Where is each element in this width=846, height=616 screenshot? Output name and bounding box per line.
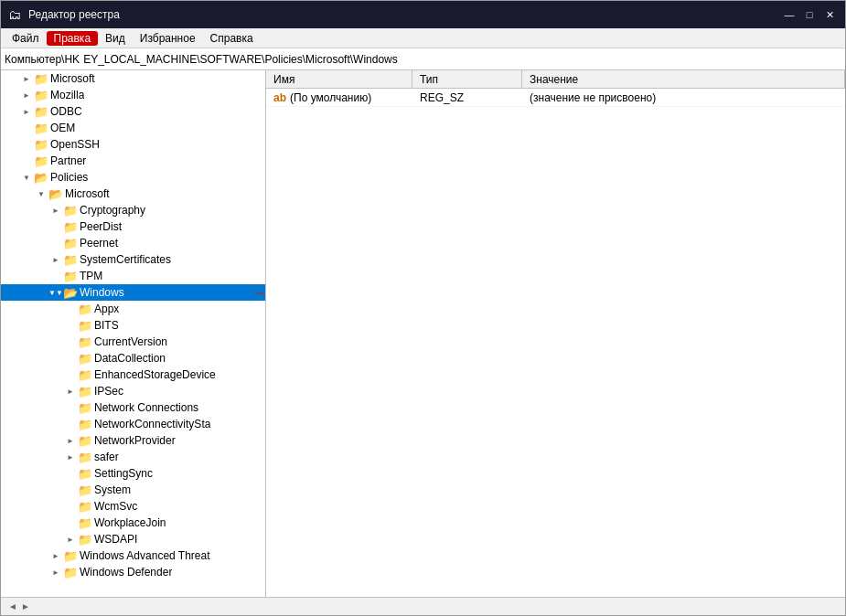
- tree-item-currentversion[interactable]: 📁 CurrentVersion: [1, 334, 265, 350]
- right-arrow[interactable]: ►: [21, 601, 30, 611]
- tree-panel[interactable]: 📁 Microsoft 📁 Mozilla 📁 ODBC: [1, 70, 266, 597]
- tree-item-datacollection[interactable]: 📁 DataCollection: [1, 350, 265, 366]
- status-bar: ◄ ►: [1, 597, 845, 615]
- folder-icon: 📁: [78, 499, 92, 514]
- tree-label: ODBC: [48, 105, 82, 118]
- tree-item-networkconnectivity[interactable]: 📁 NetworkConnectivitySta: [1, 416, 265, 432]
- tree-item-partner[interactable]: 📁 Partner: [1, 153, 265, 169]
- tree-label: Network Connections: [92, 401, 198, 414]
- tree-label: Peernet: [78, 237, 118, 250]
- tree-item-systemcerts[interactable]: 📁 SystemCertificates: [1, 251, 265, 268]
- left-arrow[interactable]: ◄: [8, 601, 17, 611]
- folder-open-icon: 📂: [63, 285, 78, 300]
- expand-icon: [19, 88, 34, 102]
- expand-icon: [63, 400, 78, 415]
- folder-icon: 📁: [34, 71, 48, 86]
- tree-item-safer[interactable]: 📁 safer: [1, 449, 265, 465]
- menu-file[interactable]: Файл: [5, 30, 47, 47]
- tree-label: Policies: [48, 171, 88, 184]
- menu-view[interactable]: Вид: [98, 30, 133, 47]
- expand-icon: [63, 384, 78, 398]
- tree-label: OpenSSH: [48, 138, 100, 151]
- folder-icon: 📁: [34, 88, 48, 102]
- main-content: 📁 Microsoft 📁 Mozilla 📁 ODBC: [1, 70, 845, 597]
- menu-edit[interactable]: Правка: [47, 31, 99, 46]
- expand-icon: [34, 186, 48, 201]
- expand-icon: [63, 499, 78, 514]
- expand-icon: [63, 450, 78, 464]
- minimize-button[interactable]: —: [781, 6, 798, 23]
- tree-item-ipsec[interactable]: 📁 IPSec: [1, 383, 265, 399]
- tree-item-windows[interactable]: ▼ 📂 Windows 1 ←: [1, 284, 265, 301]
- folder-icon: 📁: [78, 318, 92, 333]
- tree-item-openssh[interactable]: 📁 OpenSSH: [1, 136, 265, 153]
- folder-icon: 📁: [78, 483, 92, 497]
- folder-icon: 📁: [63, 236, 78, 250]
- expand-icon: [63, 318, 78, 333]
- window-title: Редактор реестра: [28, 8, 120, 21]
- tree-label: CurrentVersion: [92, 335, 167, 348]
- expand-icon: [19, 154, 34, 168]
- col-type-header: Тип: [412, 70, 522, 88]
- tree-item-wsdapi[interactable]: 📁 WSDAPI: [1, 531, 265, 547]
- tree-item-bits[interactable]: 📁 BITS: [1, 317, 265, 334]
- tree-item-workplacejoin[interactable]: 📁 WorkplaceJoin: [1, 515, 265, 531]
- folder-icon: 📁: [63, 219, 78, 234]
- tree-label: Microsoft: [63, 187, 110, 200]
- tree-label: Windows Advanced Threat: [78, 549, 210, 562]
- tree-item-appx[interactable]: 📁 Appx: [1, 301, 265, 317]
- address-input[interactable]: [80, 53, 841, 66]
- tree-item-settingsync[interactable]: 📁 SettingSync: [1, 465, 265, 482]
- folder-icon: 📁: [78, 351, 92, 366]
- tree-item-system[interactable]: 📁 System: [1, 482, 265, 498]
- tree-label: IPSec: [92, 385, 123, 398]
- expand-icon: [19, 170, 34, 185]
- folder-icon: 📁: [63, 203, 78, 218]
- tree-item-peernet[interactable]: 📁 Peernet: [1, 235, 265, 251]
- menu-help[interactable]: Справка: [203, 30, 261, 47]
- tree-item-odbc[interactable]: 📁 ODBC: [1, 103, 265, 120]
- tree-label: PeerDist: [78, 220, 122, 233]
- expand-icon: [48, 203, 63, 218]
- tree-item-microsoft[interactable]: 📁 Microsoft: [1, 70, 265, 87]
- registry-values-list: ab (По умолчанию) REG_SZ (значение не пр…: [266, 89, 845, 597]
- tree-label: WSDAPI: [92, 533, 137, 546]
- tree-item-peerdist[interactable]: 📁 PeerDist: [1, 218, 265, 235]
- tree-label: safer: [92, 451, 119, 463]
- folder-icon: 📁: [78, 466, 92, 481]
- arrow-annotation: ←: [253, 284, 265, 301]
- folder-icon: 📁: [78, 433, 92, 448]
- expand-icon: [19, 71, 34, 86]
- expand-icon: [48, 548, 63, 563]
- folder-icon: 📁: [63, 565, 78, 579]
- close-button[interactable]: ✕: [821, 6, 838, 23]
- tree-item-mozilla[interactable]: 📁 Mozilla: [1, 87, 265, 103]
- tree-label: TPM: [78, 270, 102, 282]
- tree-item-cryptography[interactable]: 📁 Cryptography: [1, 202, 265, 218]
- tree-label: NetworkProvider: [92, 434, 176, 447]
- address-label: Компьютер\HK: [5, 53, 80, 66]
- expand-icon: [63, 351, 78, 366]
- tree-label: Mozilla: [48, 89, 84, 101]
- tree-item-policies[interactable]: 📂 Policies: [1, 169, 265, 186]
- tree-item-windows-defender[interactable]: 📁 Windows Defender: [1, 564, 265, 580]
- registry-row-default[interactable]: ab (По умолчанию) REG_SZ (значение не пр…: [266, 89, 845, 107]
- tree-item-tpm[interactable]: 📁 TPM: [1, 268, 265, 284]
- menu-favorites[interactable]: Избранное: [133, 30, 203, 47]
- expand-icon: ▼: [48, 285, 63, 300]
- tree-item-network-connections[interactable]: 📁 Network Connections: [1, 399, 265, 416]
- expand-icon: [48, 236, 63, 250]
- tree-item-oem[interactable]: 📁 OEM: [1, 120, 265, 136]
- maximize-button[interactable]: □: [801, 6, 818, 23]
- folder-icon: 📁: [34, 137, 48, 152]
- tree-item-enhancedstorage[interactable]: 📁 EnhancedStorageDevice: [1, 366, 265, 383]
- tree-item-networkprovider[interactable]: 📁 NetworkProvider: [1, 432, 265, 449]
- reg-value-cell: (значение не присвоено): [522, 90, 845, 106]
- tree-item-policies-microsoft[interactable]: 📂 Microsoft: [1, 186, 265, 202]
- tree-label: Microsoft: [48, 72, 95, 85]
- title-bar-left: 🗂 Редактор реестра: [8, 7, 120, 22]
- tree-label: Appx: [92, 303, 119, 315]
- tree-item-windows-advanced-threat[interactable]: 📁 Windows Advanced Threat: [1, 547, 265, 564]
- reg-type-icon: ab: [273, 91, 286, 104]
- tree-item-wcmsvc[interactable]: 📁 WcmSvc: [1, 498, 265, 515]
